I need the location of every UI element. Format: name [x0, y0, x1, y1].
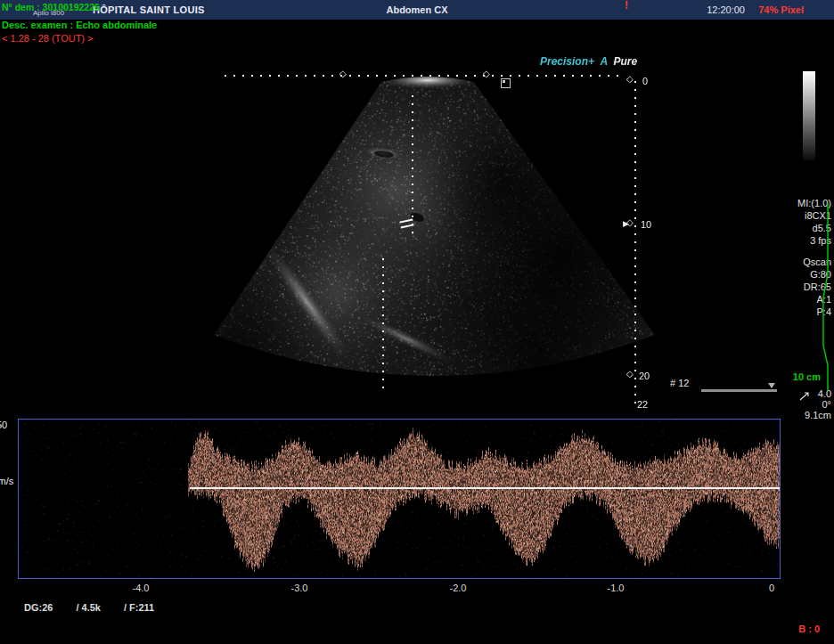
bmode-ultrasound-image — [203, 66, 658, 415]
y-axis-unit-label: cm/s — [0, 476, 13, 486]
ruler-diamond-icon: ◇ — [339, 69, 347, 78]
frame-indicator: # 12 — [670, 378, 689, 388]
x-tick: -1.0 — [598, 583, 634, 593]
depth-scale-label: 10 cm — [793, 371, 821, 382]
imaging-mode-labels: Precision+ A Pure — [540, 55, 640, 68]
alert-icon: ! — [625, 0, 628, 12]
focus-value: 4.0 — [760, 388, 831, 399]
x-tick: 0 — [754, 583, 789, 593]
tgc-curve[interactable] — [821, 201, 831, 392]
scan-width-ruler — [225, 75, 626, 77]
depth-diamond-icon: ◇ — [626, 370, 634, 379]
apure-label: Pure — [613, 55, 637, 68]
prf-value: / 4.5k — [76, 602, 101, 613]
depth-ruler — [634, 81, 636, 406]
depth-diamond-icon: ◇ — [626, 75, 634, 84]
battery-status: 74% Pixel — [758, 4, 804, 15]
cine-range: < 1.28 - 28 (TOUT) > — [2, 33, 94, 44]
patient-id: N° dem : 30100192226 — [2, 2, 100, 12]
y-axis-top-label: 50 — [0, 420, 7, 430]
apure-a-label: A — [600, 55, 608, 68]
probe-orientation-icon — [501, 78, 511, 88]
doppler-gain: DG:26 — [24, 602, 53, 613]
doppler-waveform — [19, 420, 780, 578]
x-tick: -4.0 — [123, 583, 159, 593]
top-bar: Aplio i800 N° dem : 30100192226 HÔPITAL … — [0, 0, 834, 20]
exam-description: Desc. examen : Echo abdominale — [2, 20, 157, 30]
depth-tick-20: 20 — [639, 371, 650, 381]
x-tick: -3.0 — [282, 583, 317, 593]
b-gain-value: B : 0 — [798, 624, 820, 634]
focus-marker-icon: ▶ — [623, 219, 629, 228]
measurement-line — [382, 258, 384, 394]
doppler-settings-row: DG:26 / 4.5k / F:211 — [24, 602, 154, 613]
depth-tick-10: 10 — [641, 219, 651, 230]
grayscale-bar — [803, 71, 815, 160]
depth-tick-22: 22 — [637, 399, 648, 410]
precision-mode-label: Precision+ — [540, 55, 594, 68]
ruler-diamond-icon: ◇ — [483, 69, 490, 78]
doppler-spectral-panel — [18, 419, 781, 579]
clock: 12:20:00 — [707, 4, 745, 15]
x-tick: -2.0 — [440, 583, 476, 593]
steer-angle-value: 0° — [760, 399, 831, 410]
depth-tick-0: 0 — [642, 76, 648, 86]
wall-filter-value: / F:211 — [124, 602, 154, 613]
